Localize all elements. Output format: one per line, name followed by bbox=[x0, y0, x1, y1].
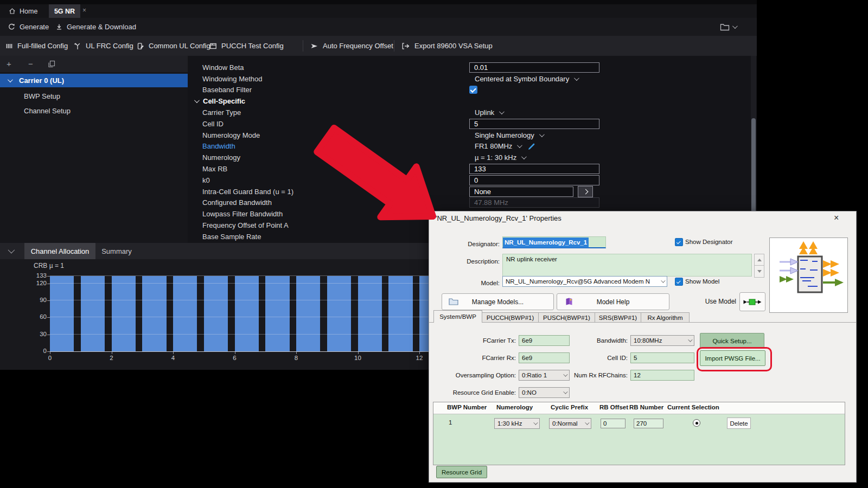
description-input[interactable]: NR uplink receiver bbox=[502, 254, 752, 277]
collapse-chevron-icon[interactable] bbox=[8, 247, 15, 254]
description-scroll-down-button[interactable] bbox=[754, 265, 764, 278]
windowing-method-dropdown[interactable]: Centered at Symbol Boundary bbox=[475, 75, 578, 83]
tab-close-icon[interactable]: × bbox=[82, 7, 86, 14]
dropdown-value: Uplink bbox=[475, 108, 494, 117]
cell-id-input[interactable]: 5 bbox=[469, 119, 599, 129]
tab-channel-allocation[interactable]: Channel Allocation bbox=[24, 243, 95, 259]
show-model-checkbox[interactable] bbox=[675, 278, 683, 286]
tab-summary[interactable]: Summary bbox=[99, 243, 134, 259]
model-help-label: Model Help bbox=[597, 298, 630, 306]
show-model-label: Show Model bbox=[685, 277, 719, 286]
dialog-tab-pusch[interactable]: PUSCH(BWP#1) bbox=[538, 312, 595, 323]
rb-offset-input[interactable]: 0 bbox=[601, 419, 626, 428]
guard-band-expand-button[interactable] bbox=[578, 186, 593, 197]
offset-arrow-icon bbox=[310, 43, 318, 49]
quick-setup-label: Quick Setup... bbox=[712, 338, 751, 344]
resource-grid-enable-dropdown[interactable]: 0:NO bbox=[519, 387, 570, 398]
k0-input[interactable]: 0 bbox=[469, 175, 599, 185]
add-icon[interactable]: + bbox=[7, 59, 11, 68]
max-rb-input[interactable]: 133 bbox=[469, 164, 599, 174]
remove-icon[interactable]: − bbox=[28, 59, 33, 68]
description-scroll-up-button[interactable] bbox=[754, 254, 764, 266]
dialog-tab-pucch[interactable]: PUCCH(BWP#1) bbox=[482, 312, 539, 323]
bwp-table-header: BWP Number Numerology Cyclic Prefix RB O… bbox=[433, 402, 845, 414]
setting-group-row[interactable]: Cell-Specific bbox=[188, 95, 751, 107]
setting-row: k0 0 bbox=[188, 175, 751, 186]
auto-frequency-offset-button[interactable]: Auto Frequency Offset bbox=[310, 36, 393, 56]
ul-frc-config-button[interactable]: UL FRC Config bbox=[74, 36, 133, 56]
allocation-bar bbox=[81, 276, 105, 351]
export-vsa-setup-button[interactable]: Export 89600 VSA Setup bbox=[401, 36, 493, 56]
guard-band-field[interactable]: None bbox=[469, 187, 573, 197]
pucch-test-config-button[interactable]: PUCCH Test Config bbox=[209, 36, 284, 56]
main-toolbar: Generate Generate & Download Carrier Wav… bbox=[0, 18, 757, 36]
auto-frequency-offset-label: Auto Frequency Offset bbox=[323, 42, 393, 50]
bandwidth-dropdown[interactable]: FR1 80MHz bbox=[475, 142, 535, 150]
tab-channel-allocation-label: Channel Allocation bbox=[31, 247, 90, 255]
allocation-bar bbox=[173, 276, 197, 351]
dialog-tab-srs[interactable]: SRS(BWP#1) bbox=[595, 312, 641, 323]
numerology-dropdown[interactable]: µ = 1: 30 kHz bbox=[475, 153, 525, 162]
delete-row-button[interactable]: Delete bbox=[727, 418, 751, 429]
quick-setup-button[interactable]: Quick Setup... bbox=[700, 333, 764, 349]
dialog-tab-rx-algorithm[interactable]: Rx Algorithm bbox=[641, 312, 690, 323]
copy-icon[interactable] bbox=[48, 60, 55, 68]
cell-id-input[interactable]: 5 bbox=[630, 352, 694, 363]
model-dropdown[interactable]: NR_UL_Numerology_Rcv@5G Advanced Modem N bbox=[502, 276, 667, 287]
bandwidth-dropdown[interactable]: 10:80MHz bbox=[630, 335, 694, 346]
folder-icon bbox=[449, 298, 458, 305]
tab-home[interactable]: Home bbox=[9, 4, 37, 18]
properties-dialog: 'NR_UL_Numerology_Rcv_1' Properties × De… bbox=[429, 211, 857, 483]
chevron-down-icon bbox=[517, 143, 522, 149]
dialog-tab-label: Rx Algorithm bbox=[647, 314, 682, 321]
row-numerology-dropdown[interactable]: 1:30 kHz bbox=[494, 418, 540, 429]
resource-grid-button[interactable]: Resource Grid bbox=[436, 466, 487, 478]
generate-button[interactable]: Generate bbox=[8, 18, 49, 36]
tree-item-channel-setup-label: Channel Setup bbox=[24, 107, 71, 115]
export-icon bbox=[401, 42, 410, 50]
current-selection-radio[interactable] bbox=[693, 419, 700, 427]
column-header: Cyclic Prefix bbox=[551, 404, 588, 410]
tab-5g-nr[interactable]: 5G NR bbox=[49, 4, 80, 18]
setting-row: Baseband Filter bbox=[188, 85, 751, 96]
show-designator-checkbox[interactable] bbox=[675, 238, 683, 246]
file-menu-button[interactable] bbox=[720, 18, 736, 36]
resource-grid-label: Resource Grid bbox=[442, 469, 482, 476]
window-beta-input[interactable]: 0.01 bbox=[469, 62, 599, 73]
oversampling-label: Oversampling Option: bbox=[440, 370, 516, 381]
tree-item-carrier0[interactable]: Carrier 0 (UL) bbox=[0, 74, 188, 87]
num-rx-rfchains-input[interactable]: 12 bbox=[630, 370, 694, 381]
model-label: Model: bbox=[462, 278, 500, 288]
setting-label: k0 bbox=[202, 176, 469, 184]
row-cyclic-prefix-dropdown[interactable]: 0:Normal bbox=[549, 418, 591, 429]
allocation-bar bbox=[388, 276, 412, 351]
configured-bandwidth-readonly: 47.88 MHz bbox=[469, 197, 599, 208]
column-header: Current Selection bbox=[667, 404, 719, 410]
show-designator-label: Show Designator bbox=[685, 237, 733, 247]
carrier-type-dropdown[interactable]: Uplink bbox=[475, 108, 503, 117]
y-axis-tick-label: 90 bbox=[22, 297, 47, 303]
common-ul-config-button[interactable]: Common UL Config bbox=[137, 36, 210, 56]
generate-download-button[interactable]: Generate & Download bbox=[55, 18, 136, 36]
manage-models-button[interactable]: Manage Models... bbox=[442, 293, 554, 310]
tree-item-bwp-setup[interactable]: BWP Setup bbox=[0, 89, 188, 103]
chevron-down-icon bbox=[563, 389, 567, 394]
baseband-filter-checkbox[interactable] bbox=[469, 86, 477, 94]
designator-input[interactable]: NR_UL_Numerology_Rcv_1 bbox=[502, 236, 606, 248]
rb-number-input[interactable]: 270 bbox=[634, 419, 663, 428]
import-pwsg-file-button[interactable]: Import PWSG File... bbox=[700, 350, 765, 366]
dialog-close-icon[interactable]: × bbox=[834, 213, 839, 223]
dialog-tab-system-bwp[interactable]: System/BWP bbox=[433, 310, 482, 323]
y-axis-tick-label: 60 bbox=[22, 313, 47, 320]
full-filled-config-button[interactable]: Full-filled Config bbox=[5, 36, 68, 56]
use-model-button[interactable] bbox=[739, 292, 765, 311]
numerology-mode-dropdown[interactable]: Single Numerology bbox=[475, 131, 543, 139]
generate-label: Generate bbox=[20, 23, 49, 31]
x-axis-tick bbox=[296, 352, 297, 354]
home-icon bbox=[9, 8, 16, 15]
edit-pencil-icon[interactable] bbox=[528, 143, 535, 150]
model-help-button[interactable]: Model Help bbox=[557, 293, 669, 310]
dialog-tab-label: PUSCH(BWP#1) bbox=[543, 314, 590, 321]
antenna-icon bbox=[74, 42, 81, 50]
tree-item-channel-setup[interactable]: Channel Setup bbox=[0, 104, 188, 118]
